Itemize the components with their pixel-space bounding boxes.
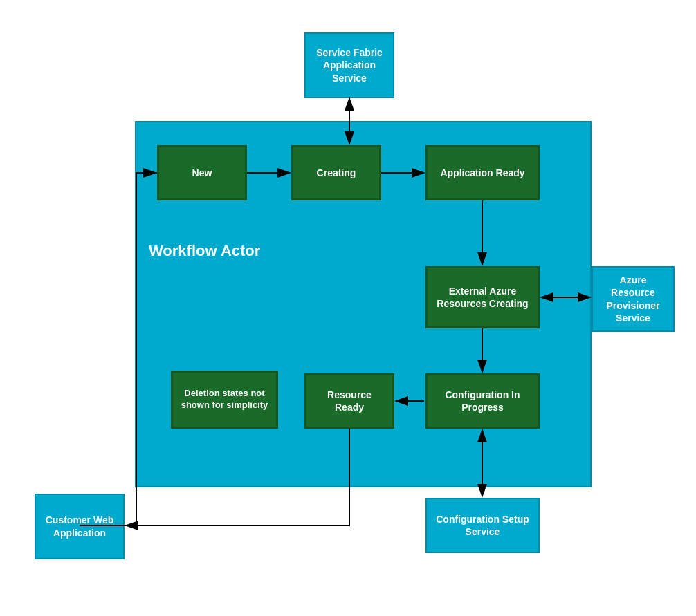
state-creating: Creating bbox=[291, 145, 381, 200]
config-setup-box: Configuration Setup Service bbox=[425, 498, 540, 553]
service-fabric-box: Service Fabric Application Service bbox=[304, 32, 394, 98]
diagram-container: Workflow Actor New Creating Application … bbox=[0, 0, 696, 616]
state-new: New bbox=[157, 145, 247, 200]
workflow-actor-label: Workflow Actor bbox=[149, 242, 260, 260]
state-config-in-progress: Configuration In Progress bbox=[425, 373, 540, 429]
state-external-azure: External Azure Resources Creating bbox=[425, 266, 540, 328]
azure-provisioner-box: Azure Resource Provisioner Service bbox=[592, 266, 675, 332]
state-resource-ready: Resource Ready bbox=[304, 373, 394, 429]
state-deletion-states: Deletion states not shown for simplicity bbox=[171, 371, 278, 429]
customer-web-box: Customer Web Application bbox=[35, 494, 125, 559]
state-application-ready: Application Ready bbox=[425, 145, 540, 200]
